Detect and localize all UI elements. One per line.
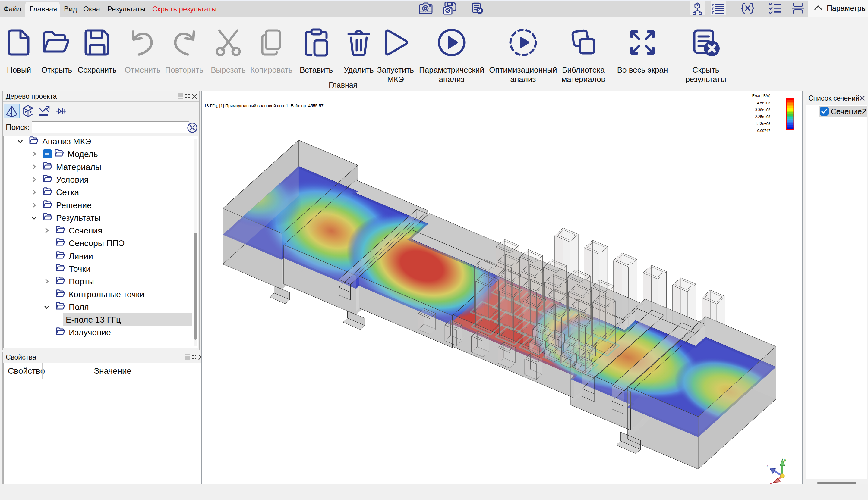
svg-text:y: y	[784, 457, 786, 462]
svg-text:z: z	[766, 463, 768, 468]
